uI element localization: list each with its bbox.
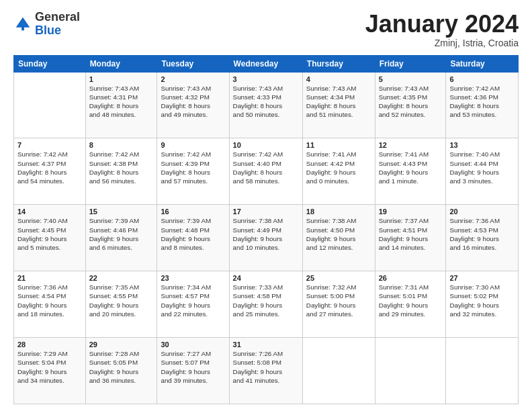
day-info: Sunrise: 7:43 AM Sunset: 4:33 PM Dayligh… (233, 84, 299, 120)
day-info: Sunrise: 7:38 AM Sunset: 4:50 PM Dayligh… (306, 216, 371, 252)
weekday-friday: Friday (375, 55, 446, 72)
day-number: 22 (89, 274, 154, 282)
week-row-3: 21Sunrise: 7:36 AM Sunset: 4:54 PM Dayli… (14, 271, 519, 338)
logo: General Blue (13, 11, 80, 38)
day-number: 13 (449, 141, 515, 149)
month-title: January 2024 (365, 11, 519, 38)
day-number: 10 (233, 141, 299, 149)
day-info: Sunrise: 7:43 AM Sunset: 4:32 PM Dayligh… (161, 84, 225, 120)
day-number: 11 (306, 141, 371, 149)
svg-rect-2 (21, 26, 24, 31)
calendar-cell: 1Sunrise: 7:43 AM Sunset: 4:31 PM Daylig… (85, 72, 157, 138)
calendar-cell: 24Sunrise: 7:33 AM Sunset: 4:58 PM Dayli… (229, 271, 302, 338)
day-number: 4 (306, 75, 371, 83)
day-info: Sunrise: 7:30 AM Sunset: 5:02 PM Dayligh… (449, 283, 515, 318)
day-number: 12 (379, 141, 443, 149)
day-number: 27 (449, 274, 515, 282)
calendar-cell (446, 338, 519, 404)
calendar-cell: 25Sunrise: 7:32 AM Sunset: 5:00 PM Dayli… (302, 271, 375, 338)
calendar-cell: 18Sunrise: 7:38 AM Sunset: 4:50 PM Dayli… (302, 205, 375, 271)
day-info: Sunrise: 7:26 AM Sunset: 5:08 PM Dayligh… (233, 349, 299, 385)
day-info: Sunrise: 7:43 AM Sunset: 4:35 PM Dayligh… (379, 84, 443, 120)
day-number: 26 (379, 274, 443, 282)
day-number: 18 (306, 208, 371, 216)
day-number: 17 (233, 208, 299, 216)
weekday-thursday: Thursday (302, 55, 375, 72)
day-info: Sunrise: 7:42 AM Sunset: 4:40 PM Dayligh… (233, 150, 299, 185)
day-info: Sunrise: 7:41 AM Sunset: 4:42 PM Dayligh… (306, 150, 371, 185)
day-info: Sunrise: 7:29 AM Sunset: 5:04 PM Dayligh… (17, 349, 82, 385)
day-number: 6 (449, 75, 515, 83)
logo-text: General Blue (35, 11, 80, 38)
calendar-cell: 27Sunrise: 7:30 AM Sunset: 5:02 PM Dayli… (446, 271, 519, 338)
calendar-cell: 20Sunrise: 7:36 AM Sunset: 4:53 PM Dayli… (446, 205, 519, 271)
day-info: Sunrise: 7:42 AM Sunset: 4:39 PM Dayligh… (161, 150, 225, 185)
calendar-cell (375, 338, 446, 404)
calendar-cell: 28Sunrise: 7:29 AM Sunset: 5:04 PM Dayli… (14, 338, 86, 404)
calendar-cell: 12Sunrise: 7:41 AM Sunset: 4:43 PM Dayli… (375, 138, 446, 205)
day-info: Sunrise: 7:37 AM Sunset: 4:51 PM Dayligh… (379, 216, 443, 252)
calendar-cell: 19Sunrise: 7:37 AM Sunset: 4:51 PM Dayli… (375, 205, 446, 271)
day-info: Sunrise: 7:36 AM Sunset: 4:54 PM Dayligh… (17, 283, 82, 318)
calendar-cell (14, 72, 86, 138)
calendar-cell: 11Sunrise: 7:41 AM Sunset: 4:42 PM Dayli… (302, 138, 375, 205)
page: General Blue January 2024 Zminj, Istria,… (0, 0, 532, 411)
day-info: Sunrise: 7:39 AM Sunset: 4:48 PM Dayligh… (161, 216, 225, 252)
day-info: Sunrise: 7:38 AM Sunset: 4:49 PM Dayligh… (233, 216, 299, 252)
day-info: Sunrise: 7:40 AM Sunset: 4:44 PM Dayligh… (449, 150, 515, 185)
calendar-cell: 5Sunrise: 7:43 AM Sunset: 4:35 PM Daylig… (375, 72, 446, 138)
day-number: 25 (306, 274, 371, 282)
day-info: Sunrise: 7:31 AM Sunset: 5:01 PM Dayligh… (379, 283, 443, 318)
calendar-cell: 9Sunrise: 7:42 AM Sunset: 4:39 PM Daylig… (157, 138, 229, 205)
calendar-cell: 26Sunrise: 7:31 AM Sunset: 5:01 PM Dayli… (375, 271, 446, 338)
day-number: 7 (17, 141, 82, 149)
logo-general: General (35, 10, 80, 24)
day-number: 8 (89, 141, 154, 149)
calendar-cell: 8Sunrise: 7:42 AM Sunset: 4:38 PM Daylig… (85, 138, 157, 205)
calendar-cell: 29Sunrise: 7:28 AM Sunset: 5:05 PM Dayli… (85, 338, 157, 404)
day-number: 15 (89, 208, 154, 216)
day-number: 28 (17, 340, 82, 349)
calendar-cell: 30Sunrise: 7:27 AM Sunset: 5:07 PM Dayli… (157, 338, 229, 404)
day-number: 9 (161, 141, 225, 149)
day-number: 29 (89, 340, 154, 349)
calendar-cell: 10Sunrise: 7:42 AM Sunset: 4:40 PM Dayli… (229, 138, 302, 205)
day-info: Sunrise: 7:42 AM Sunset: 4:36 PM Dayligh… (449, 84, 515, 120)
calendar-cell: 16Sunrise: 7:39 AM Sunset: 4:48 PM Dayli… (157, 205, 229, 271)
day-number: 1 (89, 75, 154, 83)
day-info: Sunrise: 7:43 AM Sunset: 4:34 PM Dayligh… (306, 84, 371, 120)
day-info: Sunrise: 7:36 AM Sunset: 4:53 PM Dayligh… (449, 216, 515, 252)
calendar-cell: 13Sunrise: 7:40 AM Sunset: 4:44 PM Dayli… (446, 138, 519, 205)
calendar-cell: 31Sunrise: 7:26 AM Sunset: 5:08 PM Dayli… (229, 338, 302, 404)
day-info: Sunrise: 7:42 AM Sunset: 4:38 PM Dayligh… (89, 150, 154, 185)
day-number: 5 (379, 75, 443, 83)
week-row-4: 28Sunrise: 7:29 AM Sunset: 5:04 PM Dayli… (14, 338, 519, 404)
day-number: 31 (233, 340, 299, 349)
day-number: 3 (233, 75, 299, 83)
calendar-cell: 22Sunrise: 7:35 AM Sunset: 4:55 PM Dayli… (85, 271, 157, 338)
calendar-cell: 14Sunrise: 7:40 AM Sunset: 4:45 PM Dayli… (14, 205, 86, 271)
subtitle: Zminj, Istria, Croatia (365, 38, 519, 48)
day-info: Sunrise: 7:34 AM Sunset: 4:57 PM Dayligh… (161, 283, 225, 318)
day-info: Sunrise: 7:35 AM Sunset: 4:55 PM Dayligh… (89, 283, 154, 318)
day-info: Sunrise: 7:40 AM Sunset: 4:45 PM Dayligh… (17, 216, 82, 252)
logo-blue: Blue (35, 24, 61, 37)
calendar-cell (302, 338, 375, 404)
day-number: 23 (161, 274, 225, 282)
calendar-cell: 3Sunrise: 7:43 AM Sunset: 4:33 PM Daylig… (229, 72, 302, 138)
weekday-monday: Monday (85, 55, 157, 72)
day-info: Sunrise: 7:41 AM Sunset: 4:43 PM Dayligh… (379, 150, 443, 185)
day-info: Sunrise: 7:32 AM Sunset: 5:00 PM Dayligh… (306, 283, 371, 318)
week-row-0: 1Sunrise: 7:43 AM Sunset: 4:31 PM Daylig… (14, 72, 519, 138)
calendar-cell: 17Sunrise: 7:38 AM Sunset: 4:49 PM Dayli… (229, 205, 302, 271)
weekday-wednesday: Wednesday (229, 55, 302, 72)
day-info: Sunrise: 7:39 AM Sunset: 4:46 PM Dayligh… (89, 216, 154, 252)
calendar-cell: 21Sunrise: 7:36 AM Sunset: 4:54 PM Dayli… (14, 271, 86, 338)
day-info: Sunrise: 7:27 AM Sunset: 5:07 PM Dayligh… (161, 349, 225, 385)
calendar-cell: 2Sunrise: 7:43 AM Sunset: 4:32 PM Daylig… (157, 72, 229, 138)
day-number: 2 (161, 75, 225, 83)
calendar-table: SundayMondayTuesdayWednesdayThursdayFrid… (13, 55, 519, 404)
weekday-tuesday: Tuesday (157, 55, 229, 72)
logo-icon (13, 15, 32, 34)
calendar-cell: 23Sunrise: 7:34 AM Sunset: 4:57 PM Dayli… (157, 271, 229, 338)
